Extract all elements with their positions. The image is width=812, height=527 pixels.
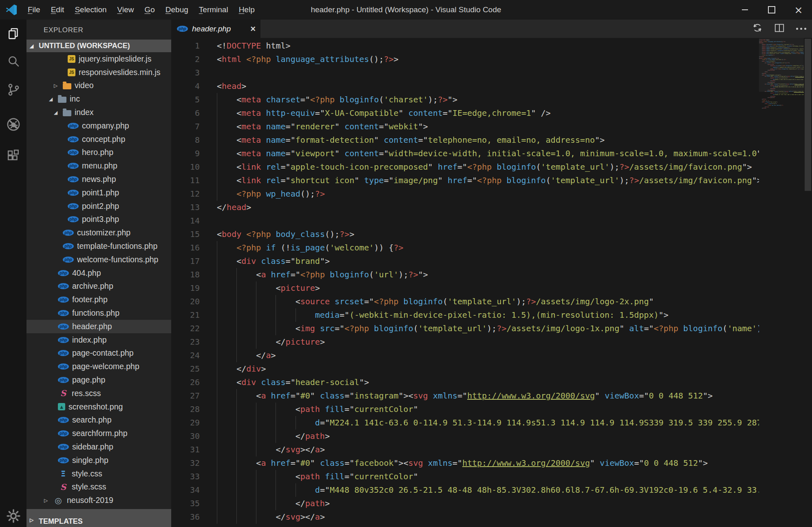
tree-item-index-php[interactable]: phpindex.php	[26, 333, 171, 347]
tab-close-icon[interactable]: ×	[250, 24, 256, 33]
code-line-21[interactable]: 21 media="(-webkit-min-device-pixel-rati…	[171, 308, 759, 322]
tree-item-hero-php[interactable]: phphero.php	[26, 146, 171, 159]
code-line-33[interactable]: 33 <path fill="currentColor"	[171, 470, 759, 483]
code-line-5[interactable]: 5 <meta charset="<?php bloginfo('charset…	[171, 93, 759, 106]
code-line-35[interactable]: 35 </path>	[171, 497, 759, 510]
open-changes-icon[interactable]	[752, 23, 763, 35]
menu-item-file[interactable]: File	[22, 5, 46, 14]
templates-section-header[interactable]: ▷ TEMPLATES	[26, 509, 171, 527]
code-line-9[interactable]: 9 <meta name="viewport" content="width=d…	[171, 147, 759, 160]
code-line-11[interactable]: 11 <link rel="shortcut icon" type="image…	[171, 174, 759, 187]
more-actions-icon[interactable]	[796, 28, 806, 30]
tree-item-search-php[interactable]: phpsearch.php	[26, 414, 171, 427]
minimap-slider[interactable]	[759, 38, 804, 92]
code-line-15[interactable]: 15<body <?php body_class();?>>	[171, 228, 759, 241]
menu-item-selection[interactable]: Selection	[69, 5, 112, 14]
code-line-17[interactable]: 17 <div class="brand">	[171, 255, 759, 268]
tree-item-screenshot-png[interactable]: ▲screenshot.png	[26, 400, 171, 414]
code-line-32[interactable]: 32 <a href="#0" class="facebook"><svg xm…	[171, 456, 759, 470]
menu-item-edit[interactable]: Edit	[46, 5, 70, 14]
explorer-icon[interactable]	[0, 23, 26, 46]
code-line-29[interactable]: 29 d="M224.1 141c-63.6 0-114.9 51.3-114.…	[171, 416, 759, 430]
code-line-2[interactable]: 2<html <?php language_attributes();?>>	[171, 53, 759, 66]
tab-header-php[interactable]: php header.php ×	[171, 20, 260, 38]
debug-icon[interactable]	[0, 113, 26, 136]
tree-item-functions-php[interactable]: phpfunctions.php	[26, 306, 171, 320]
tree-item-point2-php[interactable]: phppoint2.php	[26, 199, 171, 213]
tree-item-archive-php[interactable]: phparchive.php	[26, 280, 171, 293]
code-line-1[interactable]: 1<!DOCTYPE html>	[171, 39, 759, 53]
tree-item-news-php[interactable]: phpnews.php	[26, 173, 171, 186]
menu-item-terminal[interactable]: Terminal	[194, 5, 234, 14]
tree-item-point1-php[interactable]: phppoint1.php	[26, 186, 171, 199]
code-line-3[interactable]: 3	[171, 66, 759, 80]
tree-item-company-php[interactable]: phpcompany.php	[26, 119, 171, 133]
tree-item-res-scss[interactable]: Sres.scss	[26, 387, 171, 400]
search-icon[interactable]	[0, 50, 26, 73]
code-line-34[interactable]: 34 d="M448 80v352c0 26.5-21.5 48-48 48h-…	[171, 483, 759, 497]
code-line-10[interactable]: 10 <link rel="apple-touch-icon-precompos…	[171, 160, 759, 174]
source-control-icon[interactable]	[0, 78, 26, 101]
tree-item-neusoft-2019[interactable]: ▷◎neusoft-2019	[26, 494, 171, 507]
code-line-36[interactable]: 36 </svg></a>	[171, 510, 759, 524]
tree-item-404-php[interactable]: php404.php	[26, 266, 171, 280]
minimap[interactable]: <!DOCTYPE html><html <?php language_attr…	[759, 40, 804, 527]
code-line-13[interactable]: 13</head>	[171, 201, 759, 214]
maximize-button[interactable]	[758, 0, 785, 20]
tree-item-template-functions-php[interactable]: phptemplate-functions.php	[26, 239, 171, 253]
code-line-22[interactable]: 22 <img src="<?php bloginfo('template_ur…	[171, 322, 759, 335]
tree-item-style-scss[interactable]: Sstyle.scss	[26, 480, 171, 494]
tree-item-searchform-php[interactable]: phpsearchform.php	[26, 427, 171, 440]
code-line-31[interactable]: 31 </svg></a>	[171, 443, 759, 456]
menu-item-help[interactable]: Help	[234, 5, 260, 14]
split-editor-icon[interactable]	[774, 23, 785, 35]
workspace-section-header[interactable]: ◢ UNTITLED (WORKSPACE)	[26, 40, 171, 52]
tree-item-welcome-functions-php[interactable]: phpwelcome-functions.php	[26, 253, 171, 266]
extensions-icon[interactable]	[0, 145, 26, 168]
vertical-scrollbar[interactable]	[804, 38, 812, 527]
tree-item-page-php[interactable]: phppage.php	[26, 373, 171, 387]
code-line-14[interactable]: 14	[171, 214, 759, 228]
code-line-6[interactable]: 6 <meta http-equiv="X-UA-Compatible" con…	[171, 106, 759, 120]
tree-item-video[interactable]: ▷video	[26, 79, 171, 93]
code-line-28[interactable]: 28 <path fill="currentColor"	[171, 403, 759, 416]
code-line-16[interactable]: 16 <?php if (!is_page('welcome')) {?>	[171, 241, 759, 255]
tree-item-sidebar-php[interactable]: phpsidebar.php	[26, 440, 171, 454]
code-line-26[interactable]: 26 <div class="header-social">	[171, 376, 759, 389]
tree-item-point3-php[interactable]: phppoint3.php	[26, 213, 171, 226]
menu-item-debug[interactable]: Debug	[160, 5, 194, 14]
tree-item-header-php[interactable]: phpheader.php	[26, 320, 171, 333]
minimize-button[interactable]	[731, 0, 758, 20]
code-line-7[interactable]: 7 <meta name="renderer" content="webkit"…	[171, 120, 759, 133]
tree-item-style-css[interactable]: Ξstyle.css	[26, 467, 171, 480]
close-button[interactable]: ×	[785, 0, 812, 20]
code-line-12[interactable]: 12 <?php wp_head();?>	[171, 187, 759, 201]
code-line-25[interactable]: 25 </div>	[171, 362, 759, 376]
settings-gear-icon[interactable]	[0, 505, 26, 527]
menu-item-go[interactable]: Go	[139, 5, 160, 14]
code-line-23[interactable]: 23 </picture>	[171, 335, 759, 349]
code-line-19[interactable]: 19 <picture>	[171, 281, 759, 295]
tree-item-concept-php[interactable]: phpconcept.php	[26, 133, 171, 146]
tree-item-footer-php[interactable]: phpfooter.php	[26, 293, 171, 306]
code-line-27[interactable]: 27 <a href="#0" class="instagram"><svg x…	[171, 389, 759, 403]
tree-item-page-welcome-php[interactable]: phppage-welcome.php	[26, 360, 171, 373]
tree-item-jquery-simpleslider-js[interactable]: JSjquery.simpleslider.js	[26, 52, 171, 66]
tree-item-inc[interactable]: ◢inc	[26, 92, 171, 106]
code-editor[interactable]: 1<!DOCTYPE html>2<html <?php language_at…	[171, 38, 812, 527]
code-line-18[interactable]: 18 <a href="<?php bloginfo('url');?>">	[171, 268, 759, 281]
tree-item-single-php[interactable]: phpsingle.php	[26, 454, 171, 467]
code-line-8[interactable]: 8 <meta name="format-detection" content=…	[171, 133, 759, 147]
code-line-20[interactable]: 20 <source srcset="<?php bloginfo('templ…	[171, 295, 759, 308]
tree-item-index[interactable]: ◢index	[26, 106, 171, 119]
tree-item-responsiveslides-min-js[interactable]: JSresponsiveslides.min.js	[26, 66, 171, 79]
code-line-24[interactable]: 24 </a>	[171, 349, 759, 362]
tree-item-menu-php[interactable]: phpmenu.php	[26, 159, 171, 173]
code-line-30[interactable]: 30 </path>	[171, 430, 759, 443]
tree-item-customizer-php[interactable]: phpcustomizer.php	[26, 226, 171, 239]
code-line-4[interactable]: 4<head>	[171, 80, 759, 93]
code-line-text	[200, 66, 217, 80]
tree-item-page-contact-php[interactable]: phppage-contact.php	[26, 347, 171, 360]
scrollbar-thumb[interactable]	[805, 39, 811, 191]
menu-item-view[interactable]: View	[112, 5, 139, 14]
